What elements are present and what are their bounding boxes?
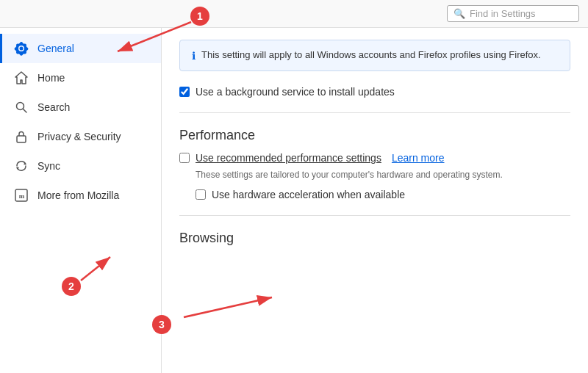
find-in-settings-input[interactable]: 🔍 Find in Settings [447,5,579,22]
hardware-accel-row: Use hardware acceleration when available [196,189,570,200]
background-service-label[interactable]: Use a background service to install upda… [196,86,395,98]
home-icon [14,70,29,85]
sidebar-item-mozilla[interactable]: m More from Mozilla [0,181,161,210]
top-bar: 🔍 Find in Settings [0,0,588,28]
search-icon: 🔍 [453,8,465,19]
sync-icon [14,159,29,173]
recommended-settings-row: Use recommended performance settings Lea… [179,152,570,164]
sidebar-item-mozilla-label: More from Mozilla [37,189,119,201]
sidebar-item-privacy[interactable]: Privacy & Security [0,122,161,151]
mozilla-icon: m [14,188,29,203]
learn-more-link[interactable]: Learn more [392,152,445,164]
info-text: This setting will apply to all Windows a… [201,49,541,60]
sidebar-item-general-label: General [37,43,74,54]
sidebar-item-sync[interactable]: Sync [0,151,161,181]
lock-icon [14,129,29,144]
sidebar-item-search[interactable]: Search [0,93,161,122]
gear-icon [14,41,29,56]
svg-line-13 [24,109,27,113]
background-service-checkbox[interactable] [179,87,190,97]
sidebar-item-general[interactable]: General [0,34,161,63]
sidebar-item-sync-label: Sync [37,160,60,172]
background-service-row: Use a background service to install upda… [179,86,570,98]
sidebar-item-search-label: Search [37,101,70,113]
recommended-settings-label[interactable]: Use recommended performance settings [196,152,381,164]
recommended-description: These settings are tailored to your comp… [196,170,570,180]
background-service-text: Use a background service to install upda… [196,86,395,98]
section-divider-2 [179,215,570,216]
search-icon [14,100,29,115]
info-box: ℹ This setting will apply to all Windows… [179,40,570,71]
info-icon: ℹ [192,50,196,62]
svg-text:m: m [19,192,25,200]
hardware-accel-label[interactable]: Use hardware acceleration when available [212,189,405,200]
sidebar-item-home[interactable]: Home [0,63,161,93]
svg-rect-14 [17,136,26,142]
main-layout: General Home Search [0,28,588,373]
recommended-settings-checkbox[interactable] [179,153,190,163]
sidebar-item-privacy-label: Privacy & Security [37,131,121,142]
find-placeholder: Find in Settings [470,8,536,19]
sidebar: General Home Search [0,28,162,373]
content-area: ℹ This setting will apply to all Windows… [162,28,588,373]
sidebar-item-home-label: Home [37,72,65,84]
performance-title: Performance [179,128,570,143]
hardware-accel-checkbox[interactable] [196,189,206,200]
section-divider-1 [179,112,570,113]
browsing-title: Browsing [179,231,570,246]
